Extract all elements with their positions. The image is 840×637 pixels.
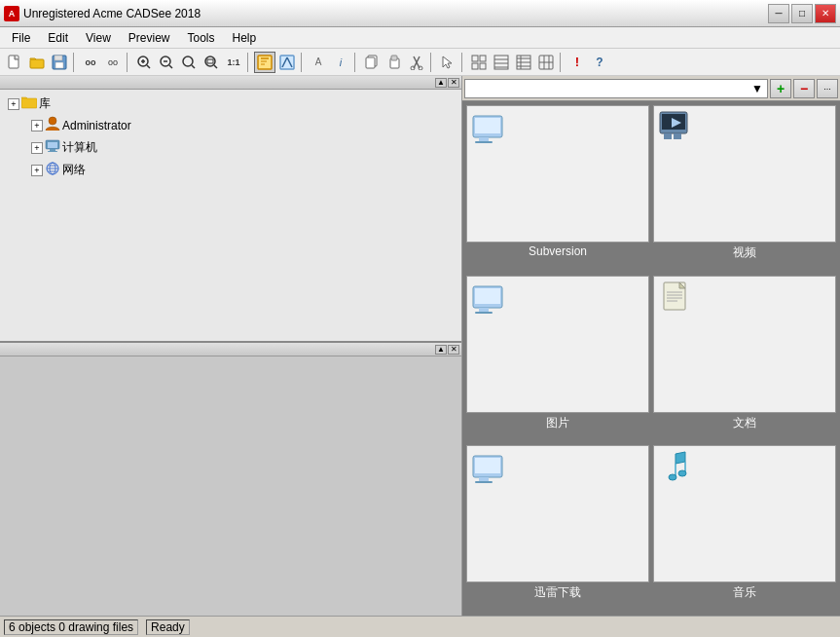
tb-copy[interactable]	[361, 52, 383, 73]
right-toolbar: ▼ + − ···	[462, 76, 840, 101]
tb-grid3[interactable]	[513, 52, 534, 73]
menu-help[interactable]: Help	[225, 29, 265, 47]
tree-panel-up[interactable]: ▲	[435, 78, 447, 88]
svg-line-10	[169, 65, 172, 68]
tb-text[interactable]: A	[308, 52, 329, 73]
tree-node-admin[interactable]: + Administrator	[4, 114, 457, 136]
tb-panel4[interactable]	[535, 52, 557, 73]
tree-expand-network[interactable]: +	[31, 165, 43, 176]
tb-oo2[interactable]: oo	[102, 52, 124, 73]
tree-panel: ▲ ✕ + 库 +	[0, 76, 461, 343]
svg-point-84	[669, 474, 676, 480]
tb-new[interactable]	[4, 52, 25, 73]
tb-cut[interactable]	[406, 52, 427, 73]
thumb-item-video[interactable]: 视频	[653, 105, 836, 272]
tb-pointer[interactable]	[437, 52, 458, 73]
tb-zoom-in[interactable]	[133, 52, 155, 73]
tb-grid1[interactable]	[468, 52, 490, 73]
tree-expand-computer[interactable]: +	[31, 142, 43, 154]
menu-tools[interactable]: Tools	[180, 29, 223, 47]
tree-panel-close[interactable]: ✕	[448, 78, 459, 88]
sep2	[127, 53, 130, 72]
dropdown-arrow: ▼	[751, 82, 763, 95]
tb-zoom-100[interactable]: 1:1	[223, 52, 244, 73]
title-left: A Unregistered Acme CADSee 2018	[4, 6, 201, 21]
tb-draw[interactable]	[276, 52, 298, 73]
thumb-item-subversion[interactable]: Subversion	[466, 105, 649, 272]
svg-rect-3	[55, 56, 62, 60]
add-button[interactable]: +	[770, 79, 791, 98]
title-bar: A Unregistered Acme CADSee 2018 ─ □ ✕	[0, 0, 840, 27]
title-controls: ─ □ ✕	[768, 4, 836, 23]
menu-edit[interactable]: Edit	[40, 29, 76, 47]
thumb-item-pictures[interactable]: 图片	[466, 276, 649, 442]
svg-rect-27	[391, 56, 397, 60]
status-ready: Ready	[146, 619, 190, 635]
svg-rect-35	[480, 63, 486, 69]
main-container: ▲ ✕ + 库 +	[0, 76, 840, 616]
sep8	[560, 53, 564, 72]
tb-oо1[interactable]: oo	[80, 52, 101, 73]
tree-content: + 库 + Administrator +	[0, 90, 461, 185]
tb-info[interactable]: i	[330, 52, 351, 73]
tree-node-library[interactable]: + 库	[4, 94, 457, 114]
tb-zoom-rect[interactable]	[201, 52, 222, 73]
maximize-button[interactable]: □	[791, 4, 813, 23]
svg-rect-52	[48, 142, 57, 148]
tree-label-library: 库	[39, 95, 51, 112]
tb-paste[interactable]	[383, 52, 405, 73]
thumbnail-grid: Subversion 视频	[462, 101, 840, 616]
thumb-item-thunder[interactable]: 迅雷下载	[466, 445, 649, 612]
svg-line-15	[214, 65, 217, 68]
tree-expand-admin[interactable]: +	[31, 120, 43, 131]
svg-rect-79	[475, 458, 500, 473]
thumb-box-docs	[653, 276, 836, 413]
svg-rect-25	[366, 57, 375, 68]
minimize-button[interactable]: ─	[768, 4, 789, 23]
tb-zoom-fit[interactable]	[178, 52, 200, 73]
svg-rect-54	[48, 151, 57, 152]
thumb-label-pictures: 图片	[546, 415, 569, 431]
sep5	[354, 53, 358, 72]
tb-exclaim[interactable]: !	[566, 52, 588, 73]
preview-panel: ▲ ✕	[0, 343, 461, 616]
sep1	[73, 53, 77, 72]
svg-rect-81	[475, 481, 493, 483]
tree-expand-library[interactable]: +	[8, 98, 19, 110]
more-button[interactable]: ···	[817, 79, 838, 98]
sep6	[430, 53, 434, 72]
menu-file[interactable]: File	[4, 29, 38, 47]
tree-node-network[interactable]: + 网络	[4, 159, 457, 181]
thumb-label-subversion: Subversion	[529, 244, 587, 258]
tree-node-computer[interactable]: + 计算机	[4, 136, 457, 159]
preview-panel-close[interactable]: ✕	[448, 345, 459, 355]
menu-preview[interactable]: Preview	[121, 29, 178, 47]
tree-label-network: 网络	[62, 162, 86, 178]
preview-panel-up[interactable]: ▲	[435, 345, 447, 355]
svg-rect-61	[475, 118, 500, 133]
path-dropdown[interactable]: ▼	[464, 79, 768, 98]
sep3	[247, 53, 251, 72]
close-button[interactable]: ✕	[815, 4, 836, 23]
tb-zoom-out[interactable]	[156, 52, 177, 73]
status-objects: 6 objects 0 drawing files	[4, 619, 138, 635]
tb-folder[interactable]	[26, 52, 48, 73]
thumb-item-music[interactable]: 音乐	[653, 445, 836, 612]
thumb-label-thunder: 迅雷下载	[534, 584, 581, 601]
menu-view[interactable]: View	[78, 29, 119, 47]
tb-help[interactable]: ?	[589, 52, 610, 73]
tb-save[interactable]	[49, 52, 70, 73]
svg-rect-62	[479, 137, 489, 141]
thumb-item-docs[interactable]: 文档	[653, 276, 836, 442]
tb-select[interactable]	[254, 52, 275, 73]
svg-rect-32	[472, 56, 478, 61]
thumb-box-thunder	[466, 445, 649, 582]
thumb-box-pictures	[466, 276, 649, 413]
svg-rect-4	[55, 62, 63, 68]
remove-button[interactable]: −	[793, 79, 815, 98]
tb-grid2[interactable]	[491, 52, 512, 73]
svg-line-13	[192, 65, 195, 68]
thumb-box-video	[653, 105, 836, 243]
svg-rect-53	[50, 149, 55, 151]
status-bar: 6 objects 0 drawing files Ready	[0, 616, 840, 637]
